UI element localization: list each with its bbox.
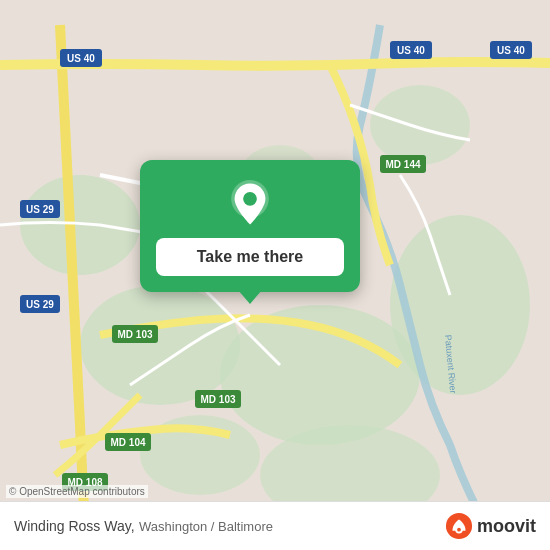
moovit-logo-icon <box>445 512 473 540</box>
svg-text:US 40: US 40 <box>497 45 525 56</box>
take-me-there-button[interactable]: Take me there <box>156 238 344 276</box>
location-popup-container: Take me there <box>140 160 360 292</box>
svg-text:MD 104: MD 104 <box>110 437 145 448</box>
moovit-logo[interactable]: moovit <box>445 512 536 540</box>
bottom-bar: Winding Ross Way, Washington / Baltimore… <box>0 501 550 550</box>
svg-text:US 40: US 40 <box>397 45 425 56</box>
map-container: Patuxent River US 29 US 29 US 40 <box>0 0 550 550</box>
svg-text:MD 103: MD 103 <box>200 394 235 405</box>
moovit-brand-text: moovit <box>477 516 536 537</box>
svg-point-4 <box>370 85 470 165</box>
svg-text:US 29: US 29 <box>26 299 54 310</box>
svg-point-3 <box>390 215 530 395</box>
svg-text:MD 144: MD 144 <box>385 159 420 170</box>
svg-point-0 <box>20 175 140 275</box>
svg-text:US 29: US 29 <box>26 204 54 215</box>
svg-point-32 <box>243 192 257 206</box>
svg-point-35 <box>457 528 461 532</box>
location-info: Winding Ross Way, Washington / Baltimore <box>14 517 273 535</box>
location-pin-icon <box>226 180 274 228</box>
location-name: Winding Ross Way, <box>14 518 135 534</box>
map-attribution: © OpenStreetMap contributors <box>6 485 148 498</box>
location-popup: Take me there <box>140 160 360 292</box>
svg-text:US 40: US 40 <box>67 53 95 64</box>
location-region: Washington / Baltimore <box>139 519 273 534</box>
svg-text:MD 103: MD 103 <box>117 329 152 340</box>
